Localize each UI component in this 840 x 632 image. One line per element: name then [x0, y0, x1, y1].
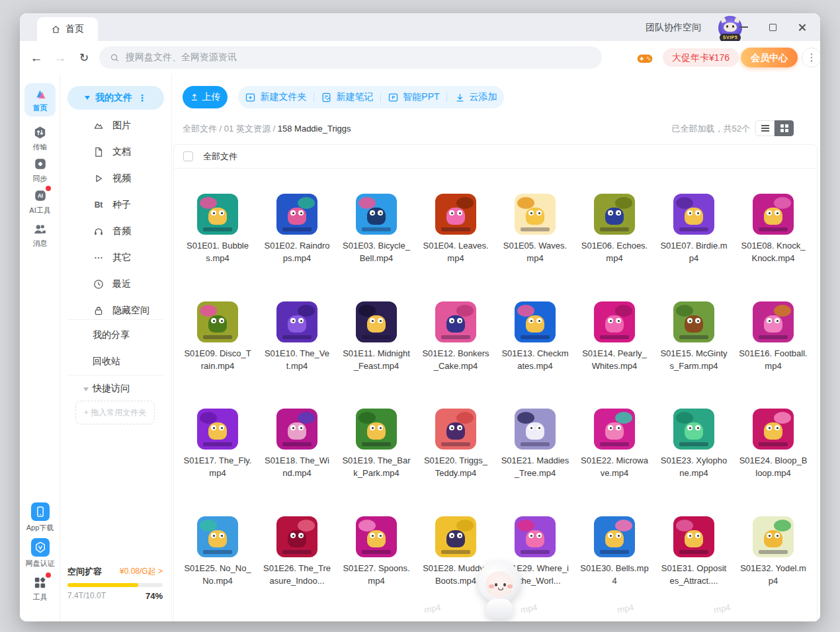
breadcrumb-part[interactable]: 全部文件	[183, 124, 217, 134]
forward-button[interactable]: →	[52, 50, 69, 67]
sidebar-item-quick-access[interactable]: 快捷访问	[61, 379, 171, 399]
breadcrumb[interactable]: 全部文件 / 01 英文资源 / 158 Maddie_Triggs	[183, 123, 351, 135]
video-thumbnail[interactable]	[673, 409, 714, 450]
file-card[interactable]: S01E21. Maddies_Tree.mp4	[495, 409, 575, 479]
sidebar-item-audio[interactable]: 音频	[61, 218, 171, 245]
game-icon[interactable]	[636, 51, 653, 65]
drop-favorite-folder-zone[interactable]: + 拖入常用文件夹	[75, 401, 155, 424]
file-card[interactable]: S01E06. Echoes.mp4	[575, 194, 654, 264]
video-thumbnail[interactable]	[197, 516, 238, 557]
file-card[interactable]: S01E08. Knock_Knock.mp4	[734, 194, 813, 264]
video-thumbnail[interactable]	[673, 516, 714, 557]
minimize-button[interactable]	[729, 13, 758, 41]
more-menu-button[interactable]: ⋮	[802, 48, 820, 67]
sidebar-item-doc[interactable]: 文档	[61, 139, 171, 165]
storage-price-link[interactable]: ¥0.08/G起 >	[120, 566, 163, 577]
video-thumbnail[interactable]	[356, 301, 397, 342]
rail-item-sync[interactable]: 同步	[20, 156, 60, 184]
cloud-add-button[interactable]: 云添加	[454, 91, 497, 103]
file-card[interactable]: S01E12. Bonkers_Cake.mp4	[416, 301, 495, 372]
rail-item-messages[interactable]: 消息	[20, 221, 60, 249]
file-card[interactable]: S01E09. Disco_Train.mp4	[178, 301, 257, 372]
file-card[interactable]: S01E14. Pearly_Whites.mp4	[575, 301, 654, 372]
file-card[interactable]: S01E05. Waves.mp4	[495, 194, 575, 264]
file-card[interactable]: S01E17. The_Fly.mp4	[178, 409, 257, 479]
upload-button[interactable]: 上传	[183, 86, 228, 108]
sidebar-item-my-files[interactable]: 我的文件 ⋮	[67, 86, 164, 110]
close-button[interactable]	[787, 13, 816, 41]
video-thumbnail[interactable]	[356, 409, 397, 450]
refresh-button[interactable]: ↻	[75, 50, 93, 67]
promo-pill[interactable]: 大促年卡¥176	[663, 48, 739, 67]
list-view-button[interactable]	[755, 120, 775, 136]
file-card[interactable]: S01E10. The_Vet.mp4	[257, 301, 337, 372]
tab-home[interactable]: 首页	[37, 17, 98, 41]
sidebar-item-more[interactable]: 其它	[61, 245, 171, 271]
workspace-link[interactable]: 团队协作空间	[646, 13, 701, 41]
vip-center-button[interactable]: 会员中心	[741, 48, 798, 67]
file-card[interactable]: S01E27. Spoons.mp4	[337, 516, 416, 587]
file-card[interactable]: S01E11. Midnight_Feast.mp4	[337, 301, 416, 372]
video-thumbnail[interactable]	[594, 409, 635, 450]
rail-item-ai-tools[interactable]: AIAI工具	[20, 188, 60, 216]
video-thumbnail[interactable]	[515, 194, 556, 235]
assistant-mascot[interactable]	[475, 561, 524, 621]
video-thumbnail[interactable]	[515, 301, 556, 342]
search-input[interactable]: 搜网盘文件、全网资源资讯	[99, 46, 602, 69]
video-thumbnail[interactable]	[435, 194, 476, 235]
file-card[interactable]: S01E22. Microwave.mp4	[575, 409, 654, 479]
file-card[interactable]: S01E20. Triggs_Teddy.mp4	[416, 409, 495, 479]
file-card[interactable]: S01E30. Bells.mp4	[575, 516, 654, 587]
file-card[interactable]: S01E15. McGintys_Farm.mp4	[654, 301, 734, 372]
file-card[interactable]: S01E16. Football.mp4	[734, 301, 813, 372]
file-card[interactable]: S01E03. Bicycle_Bell.mp4	[337, 194, 416, 264]
video-thumbnail[interactable]	[753, 409, 794, 450]
new-note-button[interactable]: 新建笔记	[321, 91, 373, 103]
more-options-icon[interactable]: ⋮	[138, 95, 147, 101]
sidebar-link-0[interactable]: 我的分享	[61, 322, 171, 348]
file-card[interactable]: S01E04. Leaves.mp4	[416, 194, 495, 264]
breadcrumb-part[interactable]: 01 英文资源	[224, 124, 271, 134]
video-thumbnail[interactable]	[594, 516, 635, 557]
video-thumbnail[interactable]	[515, 516, 556, 557]
video-thumbnail[interactable]	[197, 194, 238, 235]
video-thumbnail[interactable]	[356, 516, 397, 557]
file-card[interactable]: S01E19. The_Bark_Park.mp4	[337, 409, 416, 479]
sidebar-item-image[interactable]: 图片	[61, 112, 171, 139]
grid-view-button[interactable]	[775, 120, 794, 136]
video-thumbnail[interactable]	[276, 301, 317, 342]
sidebar-item-video[interactable]: 视频	[61, 165, 171, 192]
video-thumbnail[interactable]	[435, 409, 476, 450]
video-thumbnail[interactable]	[673, 194, 714, 235]
video-thumbnail[interactable]	[276, 409, 317, 450]
file-card[interactable]: S01E25. No_No_No.mp4	[178, 516, 257, 587]
video-thumbnail[interactable]	[515, 409, 556, 450]
video-thumbnail[interactable]	[435, 516, 476, 557]
file-card[interactable]: S01E24. Bloop_Bloop.mp4	[734, 409, 813, 479]
sidebar-link-1[interactable]: 回收站	[61, 348, 171, 375]
video-thumbnail[interactable]	[673, 301, 714, 342]
select-all-checkbox[interactable]	[183, 151, 193, 161]
sidebar-item-bt[interactable]: Bt种子	[61, 192, 171, 218]
file-card[interactable]: S01E07. Birdie.mp4	[654, 194, 734, 264]
file-card[interactable]: S01E13. Checkmates.mp4	[495, 301, 575, 372]
video-thumbnail[interactable]	[276, 516, 317, 557]
video-thumbnail[interactable]	[753, 194, 794, 235]
rail-item-home[interactable]: 首页	[24, 83, 56, 116]
video-thumbnail[interactable]	[753, 301, 794, 342]
file-card[interactable]: S01E31. Opposites_Attract....	[654, 516, 734, 587]
video-thumbnail[interactable]	[276, 194, 317, 235]
rail-item-disk-verify[interactable]: 网盘认证	[20, 538, 60, 569]
rail-item-app-download[interactable]: App下载	[20, 502, 60, 533]
sidebar-item-recent[interactable]: 最近	[61, 271, 171, 297]
file-card[interactable]: S01E26. The_Treasure_Indoo...	[257, 516, 337, 587]
back-button[interactable]: ←	[28, 50, 45, 67]
file-card[interactable]: S01E18. The_Wind.mp4	[257, 409, 337, 479]
smart-ppt-button[interactable]: P智能PPT	[388, 91, 439, 103]
video-thumbnail[interactable]	[356, 194, 397, 235]
rail-item-tools[interactable]: 工具	[20, 574, 60, 602]
new-folder-button[interactable]: 新建文件夹	[245, 91, 306, 103]
video-thumbnail[interactable]	[197, 301, 238, 342]
video-thumbnail[interactable]	[435, 301, 476, 342]
video-thumbnail[interactable]	[197, 409, 238, 450]
